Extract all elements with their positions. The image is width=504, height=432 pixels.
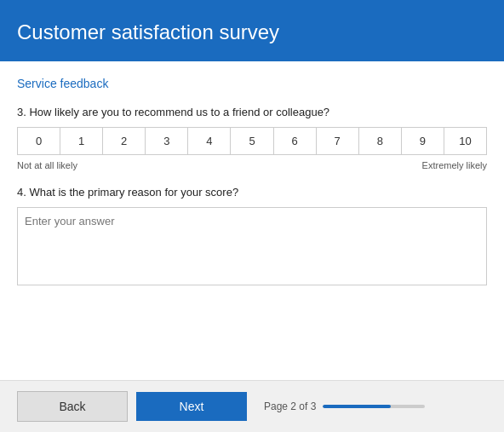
rating-cell-10[interactable]: 10 [444, 128, 486, 154]
rating-cell-5[interactable]: 5 [231, 128, 273, 154]
next-button[interactable]: Next [136, 392, 247, 421]
rating-cell-0[interactable]: 0 [18, 128, 60, 154]
answer-textarea[interactable] [25, 215, 479, 274]
survey-container: Customer satisfaction survey Service fee… [0, 0, 504, 432]
progress-bar-fill [323, 405, 390, 408]
rating-cell-6[interactable]: 6 [274, 128, 317, 154]
answer-textarea-wrapper [17, 207, 487, 285]
question-4-text: 4. What is the primary reason for your s… [17, 186, 487, 199]
rating-labels: Not at all likely Extremely likely [17, 160, 487, 170]
rating-cell-1[interactable]: 1 [60, 128, 103, 154]
rating-cell-7[interactable]: 7 [317, 128, 359, 154]
scale-max-label: Extremely likely [422, 160, 487, 170]
section-title: Service feedback [17, 77, 487, 90]
rating-cell-9[interactable]: 9 [402, 128, 444, 154]
question-3-text: 3. How likely are you to recommend us to… [17, 106, 487, 118]
rating-cell-4[interactable]: 4 [188, 128, 231, 154]
survey-header: Customer satisfaction survey [0, 0, 504, 61]
survey-footer: Back Next Page 2 of 3 [0, 380, 504, 432]
survey-title: Customer satisfaction survey [17, 20, 487, 44]
survey-body: Service feedback 3. How likely are you t… [0, 61, 504, 380]
question-3-block: 3. How likely are you to recommend us to… [17, 106, 487, 170]
scale-min-label: Not at all likely [17, 160, 77, 170]
back-button[interactable]: Back [17, 391, 128, 422]
progress-bar-track [323, 405, 425, 408]
rating-cell-3[interactable]: 3 [146, 128, 188, 154]
rating-scale: 0 1 2 3 4 5 6 7 8 9 10 [17, 127, 487, 155]
rating-cell-2[interactable]: 2 [103, 128, 146, 154]
rating-cell-8[interactable]: 8 [359, 128, 402, 154]
page-indicator: Page 2 of 3 [264, 400, 425, 412]
page-indicator-text: Page 2 of 3 [264, 400, 316, 412]
question-4-block: 4. What is the primary reason for your s… [17, 186, 487, 285]
